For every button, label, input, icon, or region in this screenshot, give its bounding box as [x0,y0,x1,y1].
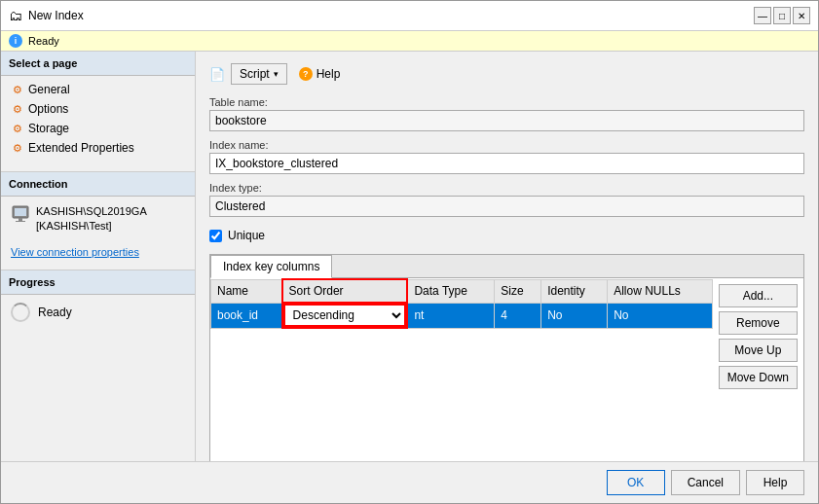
progress-section: Progress Ready [1,270,195,330]
connection-server: KASHISH\SQL2019GA [36,204,147,219]
index-type-row: Index type: [209,182,804,217]
svg-rect-1 [15,208,26,216]
sidebar-item-options[interactable]: ⚙ Options [1,99,195,119]
left-panel: Select a page ⚙ General ⚙ Options ⚙ Stor… [1,52,196,461]
cell-size: 4 [495,303,541,328]
table-body: book_id Ascending Descending nt 4 [211,303,713,328]
cancel-button[interactable]: Cancel [671,470,740,495]
sidebar-item-general[interactable]: ⚙ General [1,80,195,99]
remove-button[interactable]: Remove [719,311,798,335]
col-header-identity: Identity [541,279,608,303]
window-title: New Index [28,9,84,22]
add-button[interactable]: Add... [719,284,798,307]
action-buttons: Add... Remove Move Up Move Down [713,278,803,461]
storage-icon: ⚙ [13,123,22,135]
table-area: Name Sort Order Data Type Size Identity … [210,278,713,461]
view-connection-link[interactable]: View connection properties [1,242,195,262]
col-header-name: Name [211,279,282,303]
connection-user: [KASHISH\Test] [36,219,147,234]
cell-sort-order: Ascending Descending [282,303,408,328]
unique-label: Unique [228,229,265,242]
connection-text: KASHISH\SQL2019GA [KASHISH\Test] [36,204,147,234]
unique-checkbox-row: Unique [209,229,804,242]
window-icon: 🗂 [9,8,22,23]
sidebar-item-storage[interactable]: ⚙ Storage [1,119,195,138]
sidebar-item-extended-properties[interactable]: ⚙ Extended Properties [1,138,195,158]
connection-section: Connection KASHISH\SQL2019GA [KASHISH\Te… [1,171,195,262]
col-header-size: Size [495,279,541,303]
sidebar-item-label-ext-props: Extended Properties [28,141,134,155]
progress-status: Ready [38,306,72,319]
status-text: Ready [28,35,59,47]
cell-identity: No [541,303,608,328]
cell-allow-nulls: No [608,303,713,328]
ok-button[interactable]: OK [607,470,665,495]
table-header: Name Sort Order Data Type Size Identity … [211,279,713,303]
maximize-button[interactable]: □ [773,7,791,24]
index-name-label: Index name: [209,139,804,151]
title-bar: 🗂 New Index — □ ✕ [1,1,818,31]
select-page-header: Select a page [1,52,195,76]
bottom-bar: OK Cancel Help [1,461,818,503]
script-dropdown-arrow: ▾ [274,69,279,79]
progress-header: Progress [1,270,195,295]
script-button[interactable]: Script ▾ [231,63,287,85]
script-label: Script [240,67,270,81]
title-bar-left: 🗂 New Index [9,8,84,23]
progress-spinner [11,303,30,322]
sidebar-item-label-options: Options [28,102,68,116]
connection-icon [11,204,30,224]
connection-header: Connection [1,172,195,197]
unique-checkbox[interactable] [209,230,222,242]
help-label: Help [316,67,341,81]
index-type-label: Index type: [209,182,804,194]
help-bottom-button[interactable]: Help [746,470,804,495]
index-name-row: Index name: [209,139,804,174]
index-type-input [209,196,804,217]
col-header-data-type: Data Type [407,279,494,303]
general-icon: ⚙ [13,84,22,96]
connection-info: KASHISH\SQL2019GA [KASHISH\Test] [1,197,195,242]
sidebar-item-label-general: General [28,83,70,96]
tab-index-key-columns[interactable]: Index key columns [210,255,332,278]
table-row[interactable]: book_id Ascending Descending nt 4 [211,303,713,328]
minimize-button[interactable]: — [754,7,771,24]
script-icon-small: 📄 [209,67,225,82]
cell-name: book_id [211,303,282,328]
nav-items: ⚙ General ⚙ Options ⚙ Storage ⚙ Extended… [1,76,195,162]
table-name-row: Table name: [209,96,804,131]
sidebar-item-label-storage: Storage [28,122,69,135]
svg-rect-2 [19,218,22,221]
right-panel: 📄 Script ▾ ? Help Table name: Index name… [196,52,818,461]
move-down-button[interactable]: Move Down [719,366,798,389]
move-up-button[interactable]: Move Up [719,339,798,362]
close-button[interactable]: ✕ [793,7,810,24]
col-header-allow-nulls: Allow NULLs [608,279,713,303]
status-icon: i [9,34,22,48]
ext-props-icon: ⚙ [13,142,22,155]
col-header-sort-order: Sort Order [282,279,408,303]
main-content: Select a page ⚙ General ⚙ Options ⚙ Stor… [1,52,818,461]
sort-order-select[interactable]: Ascending Descending [283,304,407,327]
tabs-container: Index key columns Name Sort Order Data T… [209,254,804,461]
title-bar-controls: — □ ✕ [754,7,810,24]
index-name-input[interactable] [209,153,804,174]
help-icon: ? [299,67,313,81]
toolbar: 📄 Script ▾ ? Help [209,63,804,85]
progress-content: Ready [1,295,195,330]
cell-data-type: nt [407,303,494,328]
index-key-table: Name Sort Order Data Type Size Identity … [210,278,713,329]
main-window: 🗂 New Index — □ ✕ i Ready Select a page … [0,0,819,504]
help-toolbar-button[interactable]: ? Help [291,64,349,84]
tabs-header: Index key columns [210,255,803,278]
table-name-input [209,110,804,131]
options-icon: ⚙ [13,103,22,116]
tab-content: Name Sort Order Data Type Size Identity … [210,278,803,461]
table-name-label: Table name: [209,96,804,108]
svg-rect-3 [16,221,25,222]
status-bar: i Ready [1,31,818,52]
